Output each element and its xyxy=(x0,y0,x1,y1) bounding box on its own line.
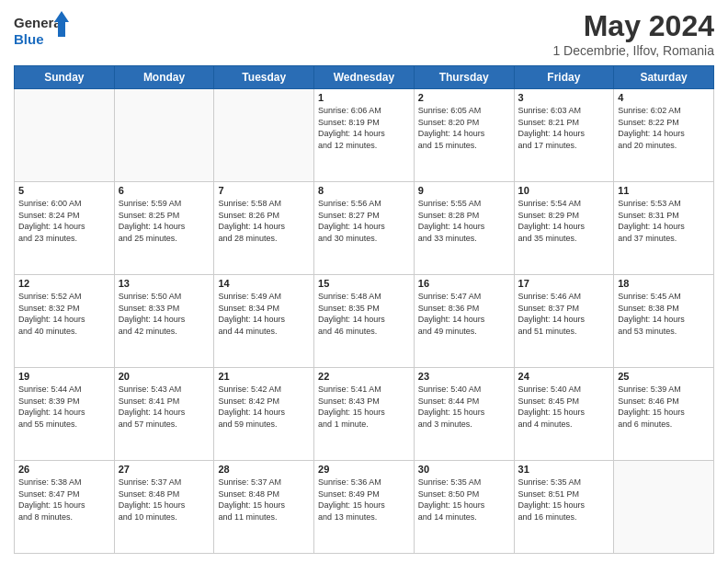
day-number: 8 xyxy=(318,185,410,196)
calendar-cell: 20Sunrise: 5:43 AM Sunset: 8:41 PM Dayli… xyxy=(114,368,214,461)
page: General Blue May 2024 1 Decembrie, Ilfov… xyxy=(0,0,728,563)
calendar-cell: 19Sunrise: 5:44 AM Sunset: 8:39 PM Dayli… xyxy=(15,368,115,461)
calendar-cell: 22Sunrise: 5:41 AM Sunset: 8:43 PM Dayli… xyxy=(314,368,415,461)
calendar-cell: 12Sunrise: 5:52 AM Sunset: 8:32 PM Dayli… xyxy=(15,275,115,368)
calendar-cell: 14Sunrise: 5:49 AM Sunset: 8:34 PM Dayli… xyxy=(214,275,314,368)
main-title: May 2024 xyxy=(552,9,714,43)
day-number: 5 xyxy=(18,185,110,196)
calendar-cell: 18Sunrise: 5:45 AM Sunset: 8:38 PM Dayli… xyxy=(614,275,714,368)
calendar-cell: 17Sunrise: 5:46 AM Sunset: 8:37 PM Dayli… xyxy=(514,275,614,368)
day-number: 17 xyxy=(518,278,610,289)
day-number: 27 xyxy=(119,464,210,475)
day-info: Sunrise: 5:36 AM Sunset: 8:49 PM Dayligh… xyxy=(318,477,410,523)
day-number: 18 xyxy=(618,278,710,289)
calendar-week-row: 1Sunrise: 6:06 AM Sunset: 8:19 PM Daylig… xyxy=(15,89,714,182)
day-number: 22 xyxy=(318,371,410,382)
calendar-cell: 28Sunrise: 5:37 AM Sunset: 8:48 PM Dayli… xyxy=(214,461,314,554)
calendar-cell xyxy=(114,89,214,182)
calendar-week-row: 12Sunrise: 5:52 AM Sunset: 8:32 PM Dayli… xyxy=(15,275,714,368)
day-info: Sunrise: 6:06 AM Sunset: 8:19 PM Dayligh… xyxy=(318,105,410,151)
day-number: 2 xyxy=(418,92,510,103)
calendar-cell: 30Sunrise: 5:35 AM Sunset: 8:50 PM Dayli… xyxy=(414,461,514,554)
day-number: 16 xyxy=(418,278,510,289)
day-info: Sunrise: 6:03 AM Sunset: 8:21 PM Dayligh… xyxy=(518,105,610,151)
day-info: Sunrise: 6:00 AM Sunset: 8:24 PM Dayligh… xyxy=(18,198,110,244)
day-number: 11 xyxy=(618,185,710,196)
weekday-header: Thursday xyxy=(414,66,514,89)
calendar-cell xyxy=(214,89,314,182)
day-info: Sunrise: 5:55 AM Sunset: 8:28 PM Dayligh… xyxy=(418,198,510,244)
calendar-cell: 2Sunrise: 6:05 AM Sunset: 8:20 PM Daylig… xyxy=(414,89,514,182)
day-info: Sunrise: 5:40 AM Sunset: 8:44 PM Dayligh… xyxy=(418,384,510,430)
day-info: Sunrise: 6:02 AM Sunset: 8:22 PM Dayligh… xyxy=(618,105,710,151)
day-info: Sunrise: 5:35 AM Sunset: 8:50 PM Dayligh… xyxy=(418,477,510,523)
day-number: 24 xyxy=(518,371,610,382)
calendar-cell: 21Sunrise: 5:42 AM Sunset: 8:42 PM Dayli… xyxy=(214,368,314,461)
day-info: Sunrise: 5:41 AM Sunset: 8:43 PM Dayligh… xyxy=(318,384,410,430)
calendar-cell: 29Sunrise: 5:36 AM Sunset: 8:49 PM Dayli… xyxy=(314,461,415,554)
calendar-cell: 25Sunrise: 5:39 AM Sunset: 8:46 PM Dayli… xyxy=(614,368,714,461)
day-info: Sunrise: 5:50 AM Sunset: 8:33 PM Dayligh… xyxy=(119,291,210,337)
day-number: 13 xyxy=(119,278,210,289)
day-number: 29 xyxy=(318,464,410,475)
day-number: 9 xyxy=(418,185,510,196)
day-number: 6 xyxy=(119,185,210,196)
weekday-header-row: SundayMondayTuesdayWednesdayThursdayFrid… xyxy=(15,66,714,89)
calendar-cell: 1Sunrise: 6:06 AM Sunset: 8:19 PM Daylig… xyxy=(314,89,415,182)
calendar-cell: 3Sunrise: 6:03 AM Sunset: 8:21 PM Daylig… xyxy=(514,89,614,182)
day-number: 14 xyxy=(218,278,310,289)
day-info: Sunrise: 5:43 AM Sunset: 8:41 PM Dayligh… xyxy=(119,384,210,430)
calendar-cell xyxy=(15,89,115,182)
day-info: Sunrise: 5:40 AM Sunset: 8:45 PM Dayligh… xyxy=(518,384,610,430)
weekday-header: Wednesday xyxy=(314,66,415,89)
day-number: 23 xyxy=(418,371,510,382)
day-number: 20 xyxy=(119,371,210,382)
day-info: Sunrise: 5:54 AM Sunset: 8:29 PM Dayligh… xyxy=(518,198,610,244)
title-block: May 2024 1 Decembrie, Ilfov, Romania xyxy=(552,9,714,58)
calendar-cell: 16Sunrise: 5:47 AM Sunset: 8:36 PM Dayli… xyxy=(414,275,514,368)
calendar-cell: 26Sunrise: 5:38 AM Sunset: 8:47 PM Dayli… xyxy=(15,461,115,554)
calendar-week-row: 19Sunrise: 5:44 AM Sunset: 8:39 PM Dayli… xyxy=(15,368,714,461)
calendar-cell xyxy=(614,461,714,554)
svg-text:General: General xyxy=(14,15,65,30)
day-number: 28 xyxy=(218,464,310,475)
day-info: Sunrise: 5:42 AM Sunset: 8:42 PM Dayligh… xyxy=(218,384,310,430)
calendar-cell: 23Sunrise: 5:40 AM Sunset: 8:44 PM Dayli… xyxy=(414,368,514,461)
calendar-cell: 27Sunrise: 5:37 AM Sunset: 8:48 PM Dayli… xyxy=(114,461,214,554)
calendar-cell: 7Sunrise: 5:58 AM Sunset: 8:26 PM Daylig… xyxy=(214,182,314,275)
weekday-header: Friday xyxy=(514,66,614,89)
day-number: 4 xyxy=(618,92,710,103)
calendar-cell: 13Sunrise: 5:50 AM Sunset: 8:33 PM Dayli… xyxy=(114,275,214,368)
calendar-week-row: 5Sunrise: 6:00 AM Sunset: 8:24 PM Daylig… xyxy=(15,182,714,275)
day-info: Sunrise: 5:45 AM Sunset: 8:38 PM Dayligh… xyxy=(618,291,710,337)
calendar-cell: 15Sunrise: 5:48 AM Sunset: 8:35 PM Dayli… xyxy=(314,275,415,368)
day-number: 1 xyxy=(318,92,410,103)
day-number: 19 xyxy=(18,371,110,382)
day-number: 3 xyxy=(518,92,610,103)
day-info: Sunrise: 5:47 AM Sunset: 8:36 PM Dayligh… xyxy=(418,291,510,337)
weekday-header: Saturday xyxy=(614,66,714,89)
day-info: Sunrise: 5:37 AM Sunset: 8:48 PM Dayligh… xyxy=(119,477,210,523)
day-number: 26 xyxy=(18,464,110,475)
day-number: 15 xyxy=(318,278,410,289)
calendar-table: SundayMondayTuesdayWednesdayThursdayFrid… xyxy=(14,65,714,554)
subtitle: 1 Decembrie, Ilfov, Romania xyxy=(552,43,714,58)
day-info: Sunrise: 5:59 AM Sunset: 8:25 PM Dayligh… xyxy=(119,198,210,244)
day-number: 31 xyxy=(518,464,610,475)
svg-text:Blue: Blue xyxy=(14,31,44,47)
calendar-cell: 24Sunrise: 5:40 AM Sunset: 8:45 PM Dayli… xyxy=(514,368,614,461)
day-info: Sunrise: 5:38 AM Sunset: 8:47 PM Dayligh… xyxy=(18,477,110,523)
day-info: Sunrise: 5:48 AM Sunset: 8:35 PM Dayligh… xyxy=(318,291,410,337)
header: General Blue May 2024 1 Decembrie, Ilfov… xyxy=(14,9,714,58)
weekday-header: Monday xyxy=(114,66,214,89)
day-number: 21 xyxy=(218,371,310,382)
weekday-header: Sunday xyxy=(15,66,115,89)
day-info: Sunrise: 5:35 AM Sunset: 8:51 PM Dayligh… xyxy=(518,477,610,523)
calendar-cell: 10Sunrise: 5:54 AM Sunset: 8:29 PM Dayli… xyxy=(514,182,614,275)
day-number: 30 xyxy=(418,464,510,475)
day-number: 25 xyxy=(618,371,710,382)
calendar-cell: 31Sunrise: 5:35 AM Sunset: 8:51 PM Dayli… xyxy=(514,461,614,554)
day-number: 12 xyxy=(18,278,110,289)
day-info: Sunrise: 5:46 AM Sunset: 8:37 PM Dayligh… xyxy=(518,291,610,337)
day-number: 7 xyxy=(218,185,310,196)
